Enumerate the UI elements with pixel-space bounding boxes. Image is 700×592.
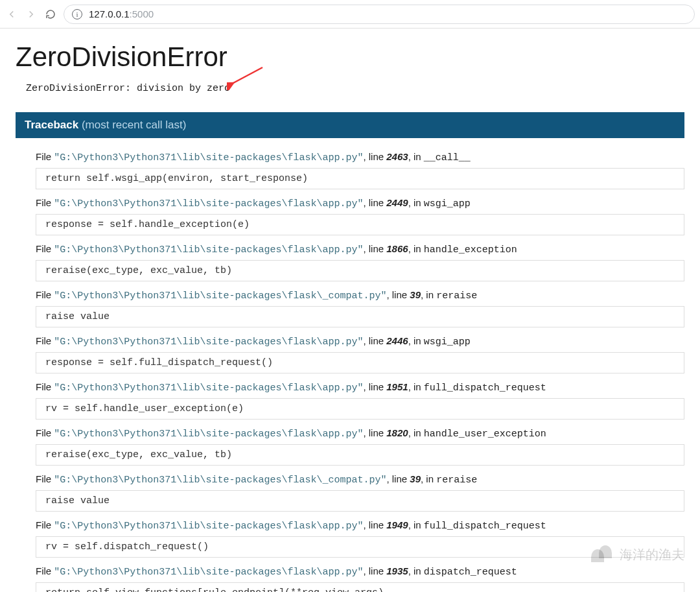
traceback-frames: File "G:\Python3\Python371\lib\site-pack… (16, 138, 684, 592)
frame-path: "G:\Python3\Python371\lib\site-packages\… (54, 567, 363, 578)
exception-message: ZeroDivisionError: division by zero (26, 83, 684, 94)
frame-func: full_dispatch_request (424, 383, 546, 394)
url-host: 127.0.0.1 (89, 8, 130, 19)
frame-code[interactable]: response = self.full_dispatch_request() (36, 352, 684, 373)
back-button[interactable] (5, 8, 18, 21)
traceback-frame[interactable]: File "G:\Python3\Python371\lib\site-pack… (36, 288, 684, 327)
frame-path: "G:\Python3\Python371\lib\site-packages\… (54, 383, 363, 394)
frame-location: File "G:\Python3\Python371\lib\site-pack… (36, 426, 684, 444)
frame-code[interactable]: rv = self.dispatch_request() (36, 536, 684, 558)
forward-button[interactable] (25, 8, 38, 21)
frame-func: handle_exception (424, 244, 517, 255)
traceback-frame[interactable]: File "G:\Python3\Python371\lib\site-pack… (36, 380, 684, 420)
frame-func: reraise (436, 475, 477, 486)
frame-line: 1951 (386, 381, 408, 392)
traceback-frame[interactable]: File "G:\Python3\Python371\lib\site-pack… (36, 518, 684, 558)
frame-code[interactable]: reraise(exc_type, exc_value, tb) (36, 444, 684, 466)
frame-func: full_dispatch_request (424, 521, 546, 532)
frame-path: "G:\Python3\Python371\lib\site-packages\… (54, 152, 363, 163)
frame-line: 1820 (386, 427, 408, 438)
frame-func: wsgi_app (424, 198, 471, 209)
traceback-paren: (most recent call last) (82, 119, 187, 131)
frame-line: 1935 (386, 565, 408, 576)
traceback-frame[interactable]: File "G:\Python3\Python371\lib\site-pack… (36, 196, 684, 235)
frame-func: handle_user_exception (424, 429, 546, 440)
frame-location: File "G:\Python3\Python371\lib\site-pack… (36, 150, 684, 168)
frame-line: 39 (410, 473, 421, 484)
frame-location: File "G:\Python3\Python371\lib\site-pack… (36, 334, 684, 352)
frame-func: reraise (436, 290, 477, 302)
frame-path: "G:\Python3\Python371\lib\site-packages\… (54, 337, 363, 348)
frame-line: 39 (410, 289, 421, 300)
frame-location: File "G:\Python3\Python371\lib\site-pack… (36, 564, 684, 582)
frame-path: "G:\Python3\Python371\lib\site-packages\… (54, 475, 386, 486)
browser-toolbar: i 127.0.0.1:5000 (0, 0, 700, 29)
traceback-frame[interactable]: File "G:\Python3\Python371\lib\site-pack… (36, 334, 684, 373)
traceback-label: Traceback (25, 119, 78, 131)
frame-func: dispatch_request (424, 567, 517, 578)
frame-location: File "G:\Python3\Python371\lib\site-pack… (36, 518, 684, 536)
frame-path: "G:\Python3\Python371\lib\site-packages\… (54, 290, 386, 302)
frame-code[interactable]: return self.view_functions[rule.endpoint… (36, 582, 684, 592)
traceback-frame[interactable]: File "G:\Python3\Python371\lib\site-pack… (36, 426, 684, 466)
frame-path: "G:\Python3\Python371\lib\site-packages\… (54, 244, 363, 255)
frame-line: 2446 (386, 335, 408, 346)
frame-line: 1949 (386, 519, 408, 530)
exception-title: ZeroDivisionError (16, 41, 684, 73)
frame-location: File "G:\Python3\Python371\lib\site-pack… (36, 196, 684, 214)
frame-code[interactable]: raise value (36, 306, 684, 327)
frame-code[interactable]: raise value (36, 490, 684, 512)
traceback-frame[interactable]: File "G:\Python3\Python371\lib\site-pack… (36, 242, 684, 281)
traceback-frame[interactable]: File "G:\Python3\Python371\lib\site-pack… (36, 564, 684, 592)
frame-path: "G:\Python3\Python371\lib\site-packages\… (54, 429, 363, 440)
frame-line: 2463 (386, 151, 408, 162)
traceback-frame[interactable]: File "G:\Python3\Python371\lib\site-pack… (36, 150, 684, 189)
traceback-frame[interactable]: File "G:\Python3\Python371\lib\site-pack… (36, 472, 684, 512)
frame-code[interactable]: rv = self.handle_user_exception(e) (36, 398, 684, 420)
reload-button[interactable] (44, 8, 57, 21)
traceback-header: Traceback (most recent call last) (16, 112, 684, 138)
address-bar[interactable]: i 127.0.0.1:5000 (64, 5, 695, 24)
url-text: 127.0.0.1:5000 (89, 8, 154, 19)
frame-code[interactable]: reraise(exc_type, exc_value, tb) (36, 260, 684, 281)
frame-func: __call__ (424, 152, 471, 163)
url-port: :5000 (130, 8, 154, 19)
frame-location: File "G:\Python3\Python371\lib\site-pack… (36, 472, 684, 490)
frame-location: File "G:\Python3\Python371\lib\site-pack… (36, 288, 684, 306)
frame-code[interactable]: response = self.handle_exception(e) (36, 214, 684, 235)
frame-line: 2449 (386, 197, 408, 208)
site-info-icon[interactable]: i (72, 9, 82, 19)
frame-code[interactable]: return self.wsgi_app(environ, start_resp… (36, 168, 684, 189)
error-page: ZeroDivisionError ZeroDivisionError: div… (0, 29, 700, 592)
frame-func: wsgi_app (424, 337, 471, 348)
frame-path: "G:\Python3\Python371\lib\site-packages\… (54, 198, 363, 209)
frame-location: File "G:\Python3\Python371\lib\site-pack… (36, 380, 684, 398)
frame-path: "G:\Python3\Python371\lib\site-packages\… (54, 521, 363, 532)
frame-location: File "G:\Python3\Python371\lib\site-pack… (36, 242, 684, 260)
frame-line: 1866 (386, 243, 408, 254)
